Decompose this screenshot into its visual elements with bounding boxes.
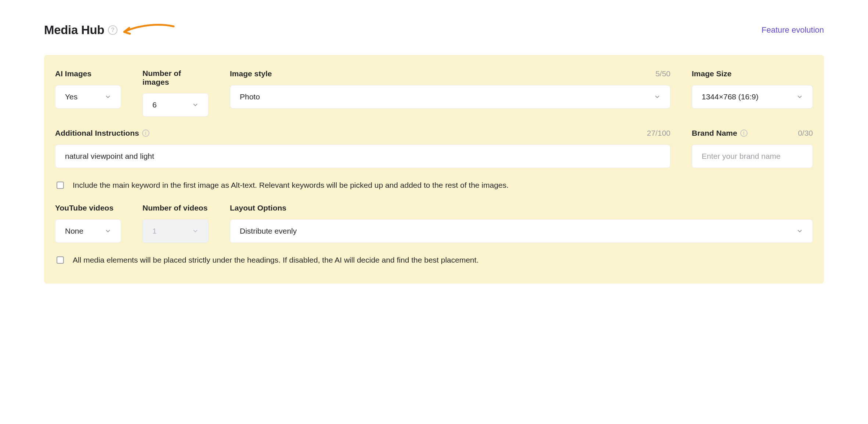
num-videos-label: Number of videos <box>142 204 207 212</box>
layout-label: Layout Options <box>230 204 286 212</box>
brand-counter: 0/30 <box>798 129 813 138</box>
image-style-value: Photo <box>240 92 260 101</box>
field-num-videos: Number of videos 1 <box>142 203 209 243</box>
page-title: Media Hub <box>44 23 104 37</box>
instructions-label: Additional Instructions ! <box>55 129 149 138</box>
layout-value: Distribute evenly <box>240 227 297 235</box>
brand-input[interactable] <box>702 152 803 161</box>
row-1: AI Images Yes Number of images 6 Image s… <box>55 69 813 117</box>
image-style-counter: 5/50 <box>655 69 670 78</box>
chevron-down-icon <box>105 94 111 100</box>
field-image-size: Image Size 1344×768 (16:9) <box>692 69 813 117</box>
layout-select[interactable]: Distribute evenly <box>230 219 813 243</box>
field-layout: Layout Options Distribute evenly <box>230 203 813 243</box>
ai-images-select[interactable]: Yes <box>55 85 121 109</box>
brand-input-wrap[interactable] <box>692 145 813 168</box>
ai-images-label: AI Images <box>55 69 91 78</box>
field-youtube: YouTube videos None <box>55 203 121 243</box>
youtube-select[interactable]: None <box>55 219 121 243</box>
num-images-value: 6 <box>152 100 157 109</box>
info-icon[interactable]: ! <box>740 129 748 137</box>
field-instructions: Additional Instructions ! 27/100 <box>55 128 670 168</box>
youtube-value: None <box>65 227 83 235</box>
annotation-arrow-icon <box>120 23 176 37</box>
field-num-images: Number of images 6 <box>142 69 209 117</box>
field-brand: Brand Name ! 0/30 <box>692 128 813 168</box>
num-videos-select: 1 <box>142 219 209 243</box>
alt-text-checkbox[interactable] <box>57 182 64 189</box>
media-hub-panel: AI Images Yes Number of images 6 Image s… <box>44 55 824 284</box>
image-style-select[interactable]: Photo <box>230 85 670 109</box>
page-header: Media Hub ? Feature evolution <box>44 23 824 37</box>
field-image-style: Image style 5/50 Photo <box>230 69 670 117</box>
alt-text-label: Include the main keyword in the first im… <box>73 180 509 191</box>
image-style-label: Image style <box>230 69 272 78</box>
chevron-down-icon <box>105 228 111 234</box>
num-images-label: Number of images <box>142 69 209 87</box>
chevron-down-icon <box>654 94 661 100</box>
info-icon[interactable]: ! <box>142 129 149 137</box>
image-size-label: Image Size <box>692 69 732 78</box>
row-2: Additional Instructions ! 27/100 Brand N… <box>55 128 813 168</box>
youtube-label: YouTube videos <box>55 204 113 212</box>
image-size-value: 1344×768 (16:9) <box>702 92 759 101</box>
title-block: Media Hub ? <box>44 23 176 37</box>
placement-checkbox[interactable] <box>57 256 64 264</box>
chevron-down-icon <box>192 228 199 234</box>
chevron-down-icon <box>796 228 803 234</box>
num-videos-value: 1 <box>152 227 157 235</box>
num-images-select[interactable]: 6 <box>142 93 209 117</box>
ai-images-value: Yes <box>65 92 77 101</box>
image-size-select[interactable]: 1344×768 (16:9) <box>692 85 813 109</box>
chevron-down-icon <box>192 102 199 108</box>
alt-text-checkbox-row: Include the main keyword in the first im… <box>55 180 813 191</box>
feature-evolution-link[interactable]: Feature evolution <box>762 25 824 35</box>
brand-label: Brand Name ! <box>692 129 748 138</box>
placement-checkbox-row: All media elements will be placed strict… <box>55 255 813 266</box>
field-ai-images: AI Images Yes <box>55 69 121 117</box>
placement-label: All media elements will be placed strict… <box>73 255 478 266</box>
instructions-input-wrap[interactable] <box>55 145 670 168</box>
row-3: YouTube videos None Number of videos 1 L… <box>55 203 813 243</box>
chevron-down-icon <box>796 94 803 100</box>
instructions-counter: 27/100 <box>647 129 670 138</box>
help-icon[interactable]: ? <box>108 25 117 35</box>
instructions-input[interactable] <box>65 152 661 161</box>
